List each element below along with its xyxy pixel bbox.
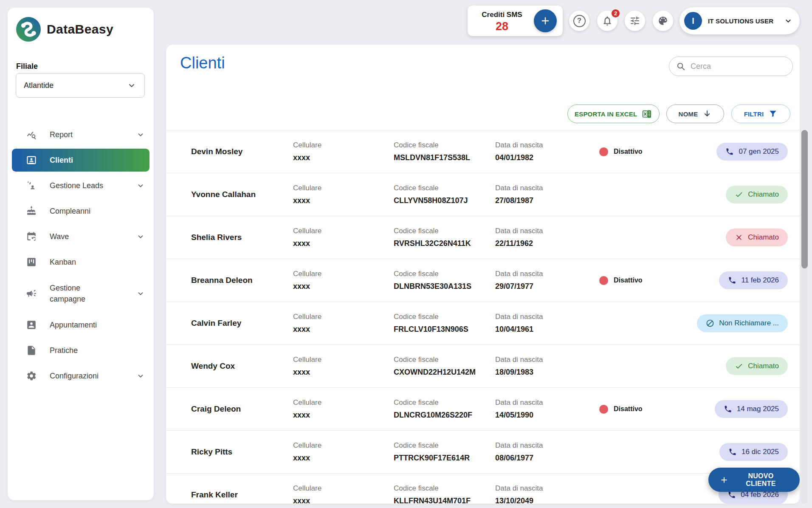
field-value: xxxx: [293, 411, 394, 420]
client-codice-fiscale: Codice fiscaleCLLYVN58H08Z107J: [394, 184, 495, 205]
table-row[interactable]: Yvonne CallahanCellularexxxxCodice fisca…: [166, 173, 800, 216]
field-value: xxxx: [293, 282, 394, 291]
calendar-history-icon: [26, 231, 37, 242]
notifications-button[interactable]: 2: [597, 11, 617, 31]
field-value: 14/05/1990: [495, 411, 599, 420]
field-label: Codice fiscale: [394, 441, 495, 450]
field-label: Codice fiscale: [394, 141, 495, 150]
client-cellulare: Cellularexxxx: [293, 356, 394, 377]
sidebar-item-pratiche[interactable]: Pratiche: [8, 338, 154, 363]
field-label: Data di nascita: [495, 270, 599, 278]
sort-button[interactable]: NOME: [666, 104, 724, 123]
field-value: xxxx: [293, 325, 394, 334]
x-icon: [735, 233, 743, 242]
brand-logo-icon: [16, 17, 41, 42]
chip-label: Chiamato: [748, 190, 779, 199]
report-chart-icon: [26, 129, 37, 140]
sidebar-item-report[interactable]: Report: [8, 122, 154, 147]
add-credits-button[interactable]: [534, 9, 557, 32]
client-codice-fiscale: Codice fiscaleCXOWND22H12U142M: [394, 356, 495, 377]
client-cellulare: Cellularexxxx: [293, 184, 394, 205]
sidebar-item-gestione-campagne[interactable]: Gestione campagne: [8, 275, 154, 312]
bell-icon: [602, 15, 613, 26]
row-action-chip[interactable]: Non Richiamare ...: [697, 314, 788, 332]
field-label: Data di nascita: [495, 184, 599, 192]
field-label: Data di nascita: [495, 141, 599, 150]
phone-icon: [728, 448, 737, 456]
client-name: Devin Mosley: [191, 147, 293, 156]
client-name: Breanna Deleon: [191, 276, 293, 285]
export-excel-button[interactable]: ESPORTA IN EXCEL: [567, 104, 660, 123]
user-menu[interactable]: I IT SOLUTIONS USER: [679, 7, 800, 34]
table-row[interactable]: Shelia RiversCellularexxxxCodice fiscale…: [166, 216, 800, 259]
field-value: PTTRCK90F17E614R: [394, 454, 495, 463]
theme-button[interactable]: [653, 11, 673, 31]
status-label: Disattivo: [614, 277, 643, 284]
filter-funnel-icon: [768, 109, 778, 119]
row-action-chip[interactable]: 14 mag 2025: [715, 400, 788, 418]
scrollbar-track[interactable]: [801, 130, 808, 504]
sidebar-item-configurazioni[interactable]: Configurazioni: [8, 363, 154, 389]
status-label: Disattivo: [614, 405, 643, 413]
phone-icon: [727, 491, 736, 499]
gear-icon: [26, 370, 37, 381]
client-codice-fiscale: Codice fiscaleDLNBRN53E30A131S: [394, 270, 495, 291]
status-dot: [599, 276, 608, 285]
sidebar-item-clienti[interactable]: Clienti: [12, 149, 149, 172]
table-row[interactable]: Breanna DeleonCellularexxxxCodice fiscal…: [166, 259, 800, 302]
row-action-chip[interactable]: 07 gen 2025: [716, 143, 788, 161]
sms-credits-card: Crediti SMS 28: [468, 6, 563, 36]
row-action-chip[interactable]: Chiamato: [726, 186, 788, 203]
branch-select[interactable]: Atlantide: [16, 73, 145, 98]
megaphone-icon: [26, 288, 37, 299]
sidebar-item-label: Configurazioni: [50, 370, 99, 381]
user-name: IT SOLUTIONS USER: [708, 17, 784, 25]
table-row[interactable]: Devin MosleyCellularexxxxCodice fiscaleM…: [166, 130, 800, 173]
kanban-icon: [26, 257, 37, 268]
filiale-label: Filiale: [16, 62, 38, 71]
table-row[interactable]: Wendy CoxCellularexxxxCodice fiscaleCXOW…: [166, 345, 800, 388]
table-row[interactable]: Frank KellerCellularexxxxCodice fiscaleK…: [166, 474, 800, 504]
chevron-down-icon: [136, 289, 145, 298]
status-dot: [599, 147, 608, 156]
sidebar-item-appuntamenti[interactable]: Appuntamenti: [8, 312, 154, 338]
settings-sliders-button[interactable]: [625, 11, 645, 31]
help-button[interactable]: ?: [569, 11, 589, 31]
field-value: DLNCRG10M26S220F: [394, 411, 495, 420]
phone-icon: [724, 405, 732, 413]
field-value: 27/08/1987: [495, 196, 599, 205]
table-row[interactable]: Calvin FarleyCellularexxxxCodice fiscale…: [166, 302, 800, 345]
client-data-di-nascita: Data di nascita10/04/1961: [495, 313, 599, 334]
client-codice-fiscale: Codice fiscaleDLNCRG10M26S220F: [394, 398, 495, 420]
client-codice-fiscale: Codice fiscaleMSLDVN81F17S538L: [394, 141, 495, 162]
scrollbar-thumb[interactable]: [801, 130, 808, 268]
check-icon: [735, 190, 743, 199]
field-value: 22/11/1962: [495, 239, 599, 248]
row-action-chip[interactable]: Chiamato: [726, 357, 788, 375]
field-value: xxxx: [293, 153, 394, 162]
field-value: xxxx: [293, 497, 394, 504]
sidebar-item-wave[interactable]: Wave: [8, 224, 154, 249]
client-cellulare: Cellularexxxx: [293, 441, 394, 463]
chip-label: Chiamato: [748, 362, 779, 370]
sidebar-item-gestione-leads[interactable]: Gestione Leads: [8, 173, 154, 198]
search-input[interactable]: [690, 62, 786, 71]
filters-button[interactable]: FILTRI: [731, 104, 790, 123]
client-status: Disattivo: [599, 147, 695, 156]
row-action-chip[interactable]: 16 dic 2025: [719, 443, 788, 461]
sidebar-item-compleanni[interactable]: Compleanni: [8, 198, 154, 224]
field-value: CLLYVN58H08Z107J: [394, 196, 495, 205]
client-codice-fiscale: Codice fiscalePTTRCK90F17E614R: [394, 441, 495, 463]
table-row[interactable]: Ricky PittsCellularexxxxCodice fiscalePT…: [166, 431, 800, 474]
sidebar-item-label: Gestione Leads: [50, 180, 103, 191]
table-row[interactable]: Craig DeleonCellularexxxxCodice fiscaleD…: [166, 388, 800, 431]
clients-table: Devin MosleyCellularexxxxCodice fiscaleM…: [166, 130, 800, 504]
row-action-chip[interactable]: 11 feb 2026: [719, 271, 788, 289]
new-client-label: NUOVO CLIENTE: [733, 472, 789, 488]
field-label: Codice fiscale: [394, 184, 495, 192]
row-action-chip[interactable]: Chiamato: [726, 229, 788, 246]
new-client-button[interactable]: NUOVO CLIENTE: [708, 468, 800, 492]
field-label: Codice fiscale: [394, 227, 495, 235]
field-value: KLLFRN43U14M701F: [394, 497, 495, 504]
sidebar-item-kanban[interactable]: Kanban: [8, 249, 154, 275]
